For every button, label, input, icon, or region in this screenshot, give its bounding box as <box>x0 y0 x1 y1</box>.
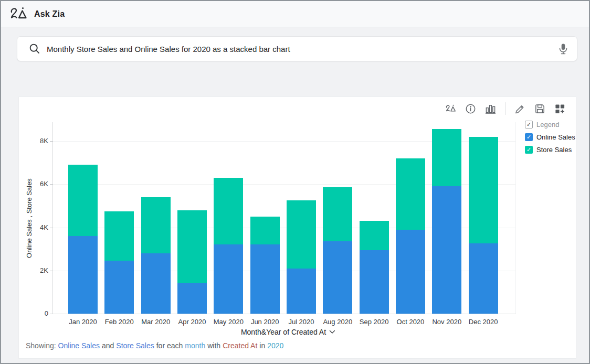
search-input[interactable] <box>47 45 558 53</box>
query-token-link[interactable]: Created At <box>223 341 257 350</box>
bar-jan-2020-online-sales[interactable] <box>68 236 98 314</box>
add-to-dashboard-icon[interactable] <box>554 103 565 114</box>
bar-jul-2020-store-sales[interactable] <box>287 200 316 269</box>
legend-title: Legend <box>536 121 559 129</box>
legend-item-store-sales[interactable]: ✓ Store Sales <box>525 145 575 154</box>
bar-nov-2020-online-sales[interactable] <box>432 186 461 314</box>
query-bar <box>17 36 577 61</box>
zia-logo-icon <box>9 6 29 23</box>
toolbar-divider <box>505 102 505 115</box>
query-token-text: and <box>102 341 114 350</box>
query-token-text: in <box>259 341 265 350</box>
legend-toggle[interactable]: ✓ Legend <box>525 120 575 129</box>
y-tick <box>50 271 53 271</box>
y-tick <box>50 228 53 228</box>
bar-jan-2020-store-sales[interactable] <box>68 165 98 236</box>
bar-apr-2020-online-sales[interactable] <box>177 283 207 314</box>
bar-oct-2020-online-sales[interactable] <box>396 230 425 314</box>
chart-toolbar <box>445 102 565 115</box>
y-tick-label: 2K <box>28 266 48 274</box>
store-sales-checkbox[interactable]: ✓ <box>525 146 533 154</box>
y-tick-label: 4K <box>28 223 48 231</box>
x-axis-title-dropdown[interactable]: Month&Year of Created At <box>241 328 335 336</box>
microphone-icon[interactable] <box>558 43 568 55</box>
chart-card: ✓ Legend ✓ Online Sales ✓ Store Sales On… <box>18 97 576 359</box>
bar-nov-2020-store-sales[interactable] <box>432 129 461 186</box>
y-tick <box>50 141 53 142</box>
bar-dec-2020-store-sales[interactable] <box>469 137 498 244</box>
bar-aug-2020-store-sales[interactable] <box>323 187 352 241</box>
chart-type-icon[interactable] <box>485 103 496 114</box>
bar-mar-2020-online-sales[interactable] <box>141 253 171 314</box>
plot-area: Month&Year of Created At 02K4K6K8KJan 20… <box>52 122 516 314</box>
bar-sep-2020-online-sales[interactable] <box>360 250 389 314</box>
bar-jun-2020-online-sales[interactable] <box>250 244 280 314</box>
query-token-text: with <box>207 341 220 350</box>
query-token-link[interactable]: Store Sales <box>116 341 154 350</box>
search-icon <box>29 43 40 55</box>
bar-dec-2020-online-sales[interactable] <box>469 243 498 314</box>
bar-feb-2020-store-sales[interactable] <box>104 211 134 261</box>
y-tick <box>50 184 53 185</box>
y-axis-title: Online Sales , Store Sales <box>25 178 33 258</box>
query-token-link[interactable]: month <box>185 341 205 350</box>
legend-panel: ✓ Legend ✓ Online Sales ✓ Store Sales <box>525 120 575 158</box>
showing-label: Showing: <box>26 341 56 350</box>
info-icon[interactable] <box>465 103 476 114</box>
online-sales-checkbox[interactable]: ✓ <box>525 133 533 141</box>
legend-checkbox[interactable]: ✓ <box>525 121 533 129</box>
y-tick <box>50 314 53 314</box>
app-header: Ask Zia <box>1 1 589 27</box>
ask-zia-window: Ask Zia <box>0 0 590 364</box>
y-axis-title-wrap: Online Sales , Store Sales <box>22 122 36 314</box>
bar-mar-2020-store-sales[interactable] <box>141 197 171 253</box>
bar-aug-2020-online-sales[interactable] <box>323 241 352 314</box>
bar-feb-2020-online-sales[interactable] <box>104 261 134 314</box>
bar-jun-2020-store-sales[interactable] <box>250 217 280 244</box>
y-tick-label: 6K <box>28 180 48 188</box>
bar-oct-2020-store-sales[interactable] <box>396 158 425 230</box>
save-icon[interactable] <box>534 103 545 114</box>
x-axis-title: Month&Year of Created At <box>241 328 326 336</box>
query-summary: Showing:Online SalesandStore Salesfor ea… <box>26 341 286 350</box>
y-tick-label: 0 <box>28 309 48 317</box>
y-tick-label: 8K <box>28 137 48 145</box>
bar-apr-2020-store-sales[interactable] <box>177 210 207 284</box>
legend-item-label: Online Sales <box>536 133 575 141</box>
page-title: Ask Zia <box>34 9 65 19</box>
bar-jul-2020-online-sales[interactable] <box>287 269 316 314</box>
edit-icon[interactable] <box>514 103 525 114</box>
bar-sep-2020-store-sales[interactable] <box>360 221 389 250</box>
x-tick-label: Dec 2020 <box>460 318 507 326</box>
bar-may-2020-store-sales[interactable] <box>214 178 243 244</box>
query-token-link[interactable]: 2020 <box>267 341 283 350</box>
legend-item-online-sales[interactable]: ✓ Online Sales <box>525 133 575 141</box>
bar-may-2020-online-sales[interactable] <box>214 244 243 314</box>
chevron-down-icon <box>329 330 335 334</box>
query-token-link[interactable]: Online Sales <box>58 341 100 350</box>
query-token-text: for each <box>156 341 183 350</box>
legend-item-label: Store Sales <box>536 146 572 154</box>
zia-insights-icon[interactable] <box>445 103 456 114</box>
